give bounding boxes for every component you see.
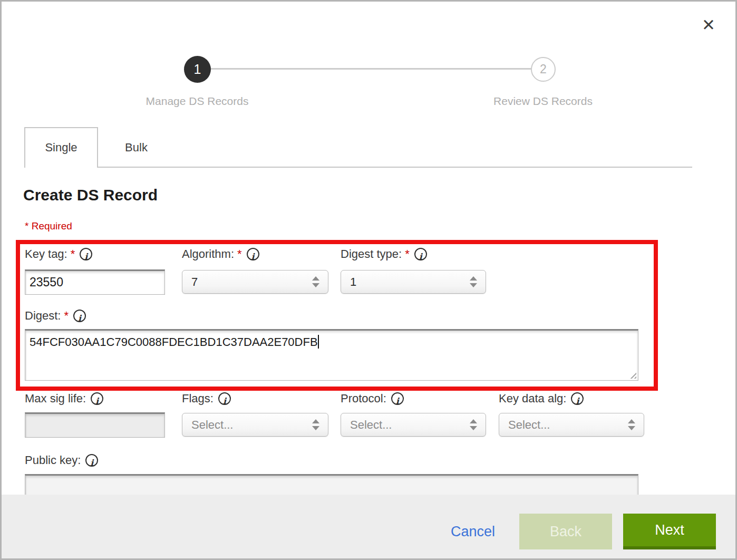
- info-icon[interactable]: i: [414, 248, 427, 260]
- step-2-circle: 2: [531, 57, 556, 82]
- required-asterisk: *: [64, 309, 69, 322]
- select-arrows-icon: [470, 271, 477, 293]
- key-data-alg-label-text: Key data alg:: [499, 392, 566, 405]
- key-data-alg-select[interactable]: Select...: [499, 413, 644, 437]
- info-icon[interactable]: i: [73, 310, 86, 322]
- select-arrows-icon: [470, 413, 477, 436]
- stepper-connector: [197, 68, 544, 70]
- public-key-label-text: Public key:: [25, 453, 81, 467]
- tab-single[interactable]: Single: [24, 127, 98, 168]
- flags-label: Flags:i: [182, 392, 231, 405]
- page-title: Create DS Record: [23, 186, 158, 204]
- select-arrows-icon: [312, 413, 319, 436]
- max-sig-life-label-text: Max sig life:: [25, 392, 86, 405]
- close-icon[interactable]: ✕: [697, 14, 720, 36]
- back-button[interactable]: Back: [519, 514, 612, 549]
- select-arrows-icon: [628, 413, 635, 436]
- required-note: * Required: [25, 220, 72, 232]
- digest-type-label: Digest type:*i: [341, 247, 427, 261]
- key-data-alg-select-value: Select...: [508, 418, 550, 431]
- algorithm-label-text: Algorithm:: [182, 247, 234, 260]
- info-icon[interactable]: i: [85, 454, 98, 467]
- tab-bulk[interactable]: Bulk: [98, 127, 174, 168]
- digest-type-select[interactable]: 1: [341, 270, 486, 294]
- modal-footer: Cancel Back Next: [2, 495, 735, 558]
- key-tag-label-text: Key tag:: [25, 247, 67, 260]
- flags-label-text: Flags:: [182, 392, 214, 405]
- text-caret: [318, 335, 319, 349]
- required-asterisk: *: [71, 247, 75, 260]
- required-asterisk: *: [405, 247, 410, 260]
- required-asterisk: *: [237, 247, 242, 260]
- protocol-select-value: Select...: [350, 418, 392, 431]
- flags-select[interactable]: Select...: [182, 413, 328, 437]
- digest-type-label-text: Digest type:: [341, 247, 402, 260]
- algorithm-select[interactable]: 7: [182, 270, 328, 294]
- max-sig-life-label: Max sig life:i: [25, 392, 103, 405]
- step-1-circle: 1: [184, 56, 211, 83]
- select-arrows-icon: [312, 271, 319, 293]
- digest-value: 54FCF030AA1C79C0088FDEC1BD1C37DAA2E70DFB: [30, 335, 318, 349]
- info-icon[interactable]: i: [80, 248, 92, 260]
- tab-underline: [98, 167, 692, 168]
- key-tag-input[interactable]: 23550: [25, 269, 165, 295]
- public-key-label: Public key:i: [25, 453, 98, 467]
- digest-textarea[interactable]: 54FCF030AA1C79C0088FDEC1BD1C37DAA2E70DFB: [25, 329, 638, 381]
- next-button[interactable]: Next: [623, 514, 716, 549]
- digest-label: Digest:*i: [25, 309, 86, 323]
- max-sig-life-input[interactable]: [25, 412, 165, 438]
- resize-grip-icon[interactable]: [628, 371, 636, 379]
- protocol-select[interactable]: Select...: [341, 413, 486, 437]
- info-icon[interactable]: i: [218, 392, 231, 405]
- step-2-label: Review DS Records: [464, 95, 622, 108]
- algorithm-select-value: 7: [191, 275, 198, 288]
- key-tag-label: Key tag:*i: [25, 247, 92, 261]
- protocol-label-text: Protocol:: [341, 392, 386, 405]
- info-icon[interactable]: i: [391, 392, 404, 405]
- create-ds-record-modal: ✕ 1 2 Manage DS Records Review DS Record…: [0, 0, 737, 560]
- protocol-label: Protocol:i: [341, 392, 404, 405]
- step-1-label: Manage DS Records: [118, 95, 276, 108]
- digest-type-select-value: 1: [350, 275, 356, 288]
- info-icon[interactable]: i: [571, 392, 584, 405]
- key-data-alg-label: Key data alg:i: [499, 392, 584, 405]
- flags-select-value: Select...: [191, 418, 233, 431]
- info-icon[interactable]: i: [91, 392, 103, 405]
- cancel-button[interactable]: Cancel: [451, 524, 495, 540]
- algorithm-label: Algorithm:*i: [182, 247, 259, 261]
- digest-label-text: Digest:: [25, 309, 61, 322]
- info-icon[interactable]: i: [247, 248, 259, 260]
